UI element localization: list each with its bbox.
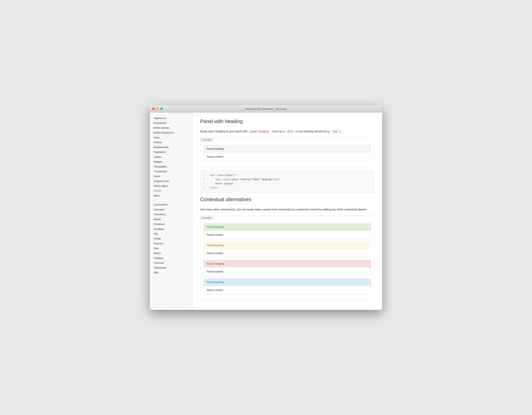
panel-warning-body: Panel content [204,249,371,257]
sidebar-item-overview[interactable]: Overview [150,207,192,212]
sidebar-item-button-groups[interactable]: Button groups [150,125,192,130]
sidebar-item-scrollspy[interactable]: Scrollspy [150,227,192,231]
sidebar-item-typography[interactable]: Typography [150,164,192,169]
section1-description: Easily add a heading to your panel with … [200,129,374,133]
panel-danger-heading: Panel heading [204,260,371,267]
desc-code-3: <h3> [331,130,339,133]
maximize-button[interactable] [160,108,163,110]
panel-info-body: Panel content [204,286,371,294]
main-content: Panel with heading Easily add a heading … [192,113,382,310]
code-line-2: 2 <div class="panel-heading">Panel headi… [203,178,371,182]
sidebar-js-section-label: JAVASCRIPT [150,201,192,207]
sidebar-item-badges[interactable]: Badges [150,159,192,164]
sidebar-item-carousel[interactable]: Carousel [150,260,192,265]
panel-info-heading: Panel heading [204,279,371,286]
panel-success: Panel heading Panel content [203,223,371,239]
titlebar: Bootstrap Documentation · Bootstrap [150,105,382,113]
sidebar-item-navbar[interactable]: Navbar [150,140,192,145]
desc-code-1: .panel-heading [248,130,270,133]
sidebar-item-media-object[interactable]: Media object [150,183,192,188]
example-content-1: Panel heading Panel content [200,142,374,167]
section1-title: Panel with heading [200,118,374,127]
sidebar-item-popover[interactable]: Popover [150,241,192,246]
code-block-1: 1 <div class="panel"> 2 <div class="pane… [200,171,374,192]
window-body: GlyphiconsDropdownsButton groupsButton d… [150,113,382,310]
sidebar-item-dropdowns[interactable]: Dropdowns [150,120,192,125]
sidebar-item-button-dropdowns[interactable]: Button dropdowns [150,130,192,135]
sidebar-item-glyphicons[interactable]: Glyphicons [150,116,192,120]
code-line-1: 1 <div class="panel"> [203,173,371,178]
sidebar-item-pagination[interactable]: Pagination [150,149,192,154]
desc-code-2: <div> [285,130,294,133]
example-label-2: Example [200,216,214,220]
minimize-button[interactable] [156,108,159,110]
sidebar-item-wells[interactable]: Wells [150,193,192,198]
sidebar-item-collapse[interactable]: Collapse [150,256,192,260]
window-title: Bootstrap Documentation · Bootstrap [245,107,286,110]
sidebar-item-transitions[interactable]: Transitions [150,212,192,217]
close-button[interactable] [152,108,155,110]
sidebar-item-progress-bars[interactable]: Progress bars [150,179,192,183]
code-line-3: 3 Panel content [203,182,371,186]
panel-success-heading: Panel heading [204,223,371,231]
sidebar-item-button[interactable]: Button [150,251,192,256]
sidebar-item-alert[interactable]: Alert [150,246,192,251]
sidebar-item-tab[interactable]: Tab [150,231,192,236]
desc-text-1: Easily add a heading to your panel with [200,130,248,133]
sidebar-item-breadcrumbs[interactable]: Breadcrumbs [150,145,192,149]
sidebar-item-labels[interactable]: Labels [150,154,192,159]
section2-description: Like many other components, you can easi… [200,207,374,212]
sidebar-item-panels[interactable]: Panels [150,188,192,193]
example-content-2: Panel heading Panel content Panel headin… [200,220,374,300]
sidebar-item-modal[interactable]: Modal [150,217,192,222]
panel-danger: Panel heading Panel content [203,260,371,276]
sidebar-item-thumbnails[interactable]: Thumbnails [150,169,192,174]
code-line-4: 4 </div> [203,186,371,190]
panel-info: Panel heading Panel content [203,278,371,295]
panel-default-heading: Panel heading [204,145,371,152]
example-box-2: Example Panel heading Panel content Pane… [200,216,374,300]
desc-text-2: . Use it on a [270,130,286,133]
sidebar-item-alerts[interactable]: Alerts [150,174,192,179]
panel-warning-heading: Panel heading [204,242,371,249]
example-label-1: Example [200,138,214,142]
desc-text-3: or any heading element (e.g., [295,130,331,133]
panel-danger-body: Panel content [204,267,371,276]
browser-window: Bootstrap Documentation · Bootstrap Glyp… [150,105,382,310]
sidebar-css-section: GlyphiconsDropdownsButton groupsButton d… [150,116,192,198]
sidebar-divider [150,199,192,200]
panel-default: Panel heading Panel content [203,145,371,161]
sidebar-item-typeahead[interactable]: Typeahead [150,265,192,270]
window-controls [152,108,163,110]
panel-warning: Panel heading Panel content [203,242,371,258]
example-box-1: Example Panel heading Panel content [200,137,374,167]
desc-text-4: ). [340,130,341,133]
sidebar-item-navs[interactable]: Navs [150,135,192,140]
sidebar-item-dropdown[interactable]: Dropdown [150,222,192,227]
section2-title: Contextual alternatives [200,197,374,205]
sidebar-item-affix[interactable]: Affix [150,270,192,275]
panel-success-body: Panel content [204,231,371,239]
sidebar: GlyphiconsDropdownsButton groupsButton d… [150,113,192,310]
sidebar-item-tooltip[interactable]: Tooltip [150,236,192,241]
panel-default-body: Panel content [204,152,371,161]
sidebar-js-section: OverviewTransitionsModalDropdownScrollsp… [150,207,192,275]
